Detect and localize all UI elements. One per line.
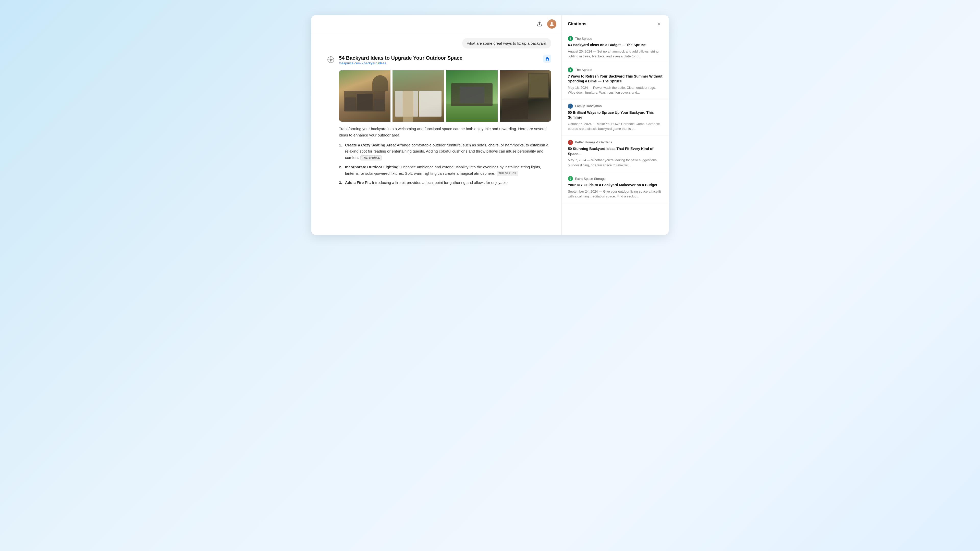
favicon-3: F: [568, 103, 573, 109]
citation-snippet-1: August 25, 2024 — Set up a hammock and a…: [568, 49, 662, 59]
list-num-3: 3.: [339, 179, 344, 186]
citation-source-3: F Family Handyman: [568, 103, 662, 109]
citations-list: S The Spruce 43 Backyard Ideas on a Budg…: [562, 32, 669, 235]
citation-item-5[interactable]: E Extra Space Storage Your DIY Guide to …: [562, 172, 669, 203]
citation-title-3: 50 Brilliant Ways to Spruce Up Your Back…: [568, 110, 662, 120]
citation-snippet-3: October 6, 2024 — Make Your Own Cornhole…: [568, 121, 662, 131]
upload-button[interactable]: [535, 19, 544, 29]
citations-panel: Citations × S The Spruce 43 Backyard Ide…: [562, 15, 669, 235]
favicon-4: B: [568, 140, 573, 145]
ai-icon: [327, 56, 335, 64]
response-title: 54 Backyard Ideas to Upgrade Your Outdoo…: [339, 55, 463, 61]
citation-snippet-5: September 24, 2024 — Give your outdoor l…: [568, 189, 662, 199]
image-cell-1: [339, 70, 390, 122]
citation-source-1: S The Spruce: [568, 36, 662, 41]
citation-title-2: 7 Ways to Refresh Your Backyard This Sum…: [568, 74, 662, 84]
source-name-1: The Spruce: [575, 37, 592, 41]
list-num-1: 1.: [339, 142, 344, 161]
app-container: what are some great ways to fix up a bac…: [311, 15, 669, 235]
user-message-container: what are some great ways to fix up a bac…: [327, 38, 551, 48]
list-bold-3: Add a Fire Pit:: [345, 180, 371, 185]
response-intro: Transforming your backyard into a welcom…: [339, 126, 551, 138]
source-domain: thespruce.com: [339, 61, 361, 65]
ai-response-container: 54 Backyard Ideas to Upgrade Your Outdoo…: [327, 55, 551, 189]
list-text-2: Incorporate Outdoor Lighting: Enhance am…: [345, 164, 551, 177]
citation-source-4: B Better Homes & Gardens: [568, 140, 662, 145]
source-path: backyard ideas: [364, 61, 386, 65]
home-button[interactable]: [543, 55, 551, 63]
citation-snippet-2: May 18, 2024 — Power wash the patio. Cle…: [568, 85, 662, 95]
response-header: 54 Backyard Ideas to Upgrade Your Outdoo…: [339, 55, 551, 68]
avatar[interactable]: [547, 19, 556, 29]
image-cell-4: [500, 70, 551, 122]
list-text-1: Create a Cozy Seating Area: Arrange comf…: [345, 142, 551, 161]
citation-item-3[interactable]: F Family Handyman 50 Brilliant Ways to S…: [562, 100, 669, 136]
citation-source-2: S The Spruce: [568, 67, 662, 73]
list-text-3: Add a Fire Pit: Introducing a fire pit p…: [345, 179, 508, 186]
citation-title-5: Your DIY Guide to a Backyard Makeover on…: [568, 183, 662, 188]
main-content: what are some great ways to fix up a bac…: [311, 15, 562, 235]
citation-source-5: E Extra Space Storage: [568, 176, 662, 181]
source-name-2: The Spruce: [575, 68, 592, 72]
image-cell-3: [446, 70, 498, 122]
favicon-5: E: [568, 176, 573, 181]
list-body-3: Introducing a fire pit provides a focal …: [371, 180, 508, 185]
citations-title: Citations: [568, 21, 587, 27]
close-citations-button[interactable]: ×: [655, 21, 662, 27]
user-message: what are some great ways to fix up a bac…: [462, 38, 551, 48]
list-bold-2: Incorporate Outdoor Lighting:: [345, 165, 400, 169]
source-link[interactable]: thespruce.com › backyard ideas: [339, 61, 463, 65]
citation-item-1[interactable]: S The Spruce 43 Backyard Ideas on a Budg…: [562, 32, 669, 63]
source-name-3: Family Handyman: [575, 104, 602, 108]
citation-item-2[interactable]: S The Spruce 7 Ways to Refresh Your Back…: [562, 63, 669, 100]
citation-snippet-4: May 7, 2024 — Whether you're looking for…: [568, 158, 662, 168]
image-grid: [339, 70, 551, 122]
image-cell-2: [393, 70, 444, 122]
citation-badge-1[interactable]: THE SPRUCE: [360, 156, 382, 161]
list-bold-1: Create a Cozy Seating Area:: [345, 143, 396, 147]
citation-badge-2[interactable]: THE SPRUCE: [497, 171, 518, 176]
citation-title-4: 50 Stunning Backyard Ideas That Fit Ever…: [568, 146, 662, 156]
list-num-2: 2.: [339, 164, 344, 177]
list-item-2: 2. Incorporate Outdoor Lighting: Enhance…: [339, 164, 551, 177]
breadcrumb-arrow: ›: [362, 61, 363, 65]
list-item-3: 3. Add a Fire Pit: Introducing a fire pi…: [339, 179, 551, 186]
citation-title-1: 43 Backyard Ideas on a Budget — The Spru…: [568, 43, 662, 48]
list-item-1: 1. Create a Cozy Seating Area: Arrange c…: [339, 142, 551, 161]
citation-item-4[interactable]: B Better Homes & Gardens 50 Stunning Bac…: [562, 136, 669, 172]
response-list: 1. Create a Cozy Seating Area: Arrange c…: [339, 142, 551, 186]
top-bar: [311, 15, 562, 33]
chat-area: what are some great ways to fix up a bac…: [311, 33, 562, 235]
source-name-5: Extra Space Storage: [575, 177, 606, 181]
svg-point-1: [551, 22, 552, 24]
favicon-2: S: [568, 67, 573, 73]
favicon-1: S: [568, 36, 573, 41]
response-content: 54 Backyard Ideas to Upgrade Your Outdoo…: [339, 55, 551, 189]
source-name-4: Better Homes & Gardens: [575, 140, 612, 144]
citations-header: Citations ×: [562, 15, 669, 32]
